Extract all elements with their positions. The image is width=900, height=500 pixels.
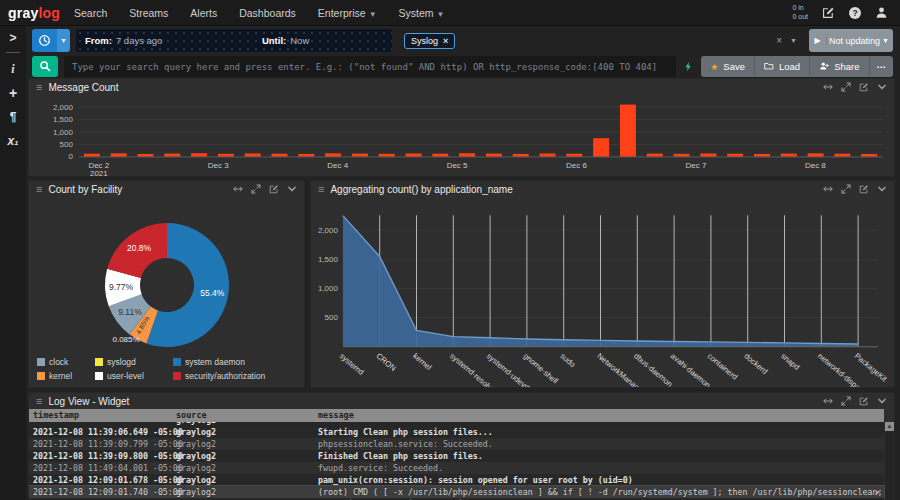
legend-item-clock[interactable]: clock bbox=[37, 357, 95, 367]
time-range-button[interactable]: ▼ bbox=[32, 29, 70, 52]
share-icon bbox=[819, 61, 829, 73]
column-header-source[interactable]: source bbox=[176, 409, 318, 422]
widget-log-view: ≡ Log View - Widget timestampsourcemessa… bbox=[28, 392, 895, 500]
play-icon[interactable]: ▶ bbox=[809, 36, 827, 45]
log-table-body: timestampsourcemessagegraylog22021-12-08… bbox=[29, 409, 894, 500]
cell-source: graylog2 bbox=[176, 486, 318, 498]
logo-log: log bbox=[38, 5, 60, 21]
move-icon[interactable] bbox=[233, 184, 243, 194]
refresh-caret-icon[interactable]: ▼ bbox=[882, 37, 889, 44]
move-icon[interactable] bbox=[823, 82, 833, 92]
more-actions-button[interactable]: ⋯ bbox=[870, 56, 894, 77]
legend-swatch bbox=[37, 358, 45, 366]
legend-item-system-daemon[interactable]: system daemon bbox=[173, 357, 300, 367]
legend-item-security-authorization[interactable]: security/authorization bbox=[173, 371, 300, 381]
move-icon[interactable] bbox=[823, 396, 833, 406]
menu-item-dashboards[interactable]: Dashboards bbox=[239, 7, 296, 19]
open-message-icon[interactable]: ↗ bbox=[875, 486, 880, 498]
folder-icon bbox=[764, 61, 774, 73]
move-icon[interactable] bbox=[823, 184, 833, 194]
edit-icon[interactable] bbox=[859, 396, 869, 406]
plus-icon[interactable]: + bbox=[0, 81, 26, 105]
stream-filter-select[interactable]: Syslog × × ▼ bbox=[398, 29, 803, 52]
fullscreen-icon[interactable] bbox=[841, 184, 851, 194]
menu-item-streams[interactable]: Streams bbox=[129, 7, 168, 19]
legend-item-syslogd[interactable]: syslogd bbox=[95, 357, 173, 367]
search-query-input[interactable] bbox=[64, 56, 676, 77]
time-range-caret[interactable]: ▼ bbox=[57, 29, 70, 52]
column-header-timestamp[interactable]: timestamp bbox=[33, 409, 176, 422]
chevron-down-icon[interactable] bbox=[287, 184, 297, 194]
help-icon[interactable]: ? bbox=[849, 7, 861, 19]
menu-item-alerts[interactable]: Alerts bbox=[190, 7, 217, 19]
svg-text:dockerd: dockerd bbox=[742, 351, 769, 376]
svg-text:1,500: 1,500 bbox=[318, 255, 339, 264]
select-caret-icon[interactable]: ▼ bbox=[790, 37, 797, 44]
menu-item-enterprise[interactable]: Enterprise▼ bbox=[318, 7, 377, 19]
graylog-logo[interactable]: graylog bbox=[0, 5, 74, 21]
edit-icon[interactable] bbox=[822, 6, 835, 19]
chevron-right-icon[interactable]: > bbox=[0, 26, 26, 50]
widget-message-count: ≡ Message Count 05001,0001,5002,000Dec 2… bbox=[28, 78, 895, 177]
svg-text:500: 500 bbox=[60, 140, 74, 149]
svg-text:gnome-shell: gnome-shell bbox=[522, 351, 560, 385]
chevron-down-icon[interactable] bbox=[877, 82, 887, 92]
drag-handle-icon[interactable]: ≡ bbox=[36, 184, 42, 195]
log-table-row[interactable]: 2021-12-08 12:09:01.678 -05:00graylog2pa… bbox=[29, 474, 884, 486]
scroll-up-icon[interactable]: ▲ bbox=[885, 422, 894, 431]
log-table-row[interactable]: 2021-12-08 11:39:09.800 -05:00graylog2Fi… bbox=[29, 450, 884, 462]
legend-item-user-level[interactable]: user-level bbox=[95, 371, 173, 381]
edit-icon[interactable] bbox=[859, 82, 869, 92]
from-value[interactable]: 7 days ago bbox=[116, 35, 162, 46]
cell-timestamp: 2021-12-08 11:49:04.001 -05:00 bbox=[33, 462, 176, 474]
share-button[interactable]: Share bbox=[810, 56, 869, 77]
clock-icon[interactable] bbox=[32, 29, 57, 52]
widget-actions bbox=[823, 184, 887, 194]
svg-text:Dec 8: Dec 8 bbox=[805, 161, 826, 170]
search-actions: ★Save Load Share ⋯ bbox=[701, 56, 893, 77]
time-range-field[interactable]: From: 7 days ago Until: Now bbox=[76, 29, 392, 52]
column-header-message[interactable]: message bbox=[318, 409, 884, 422]
legend-swatch bbox=[95, 372, 103, 380]
stream-chip-syslog[interactable]: Syslog × bbox=[404, 33, 455, 49]
select-clear-icon[interactable]: × bbox=[776, 35, 782, 46]
chevron-down-icon[interactable] bbox=[877, 396, 887, 406]
fullscreen-icon[interactable] bbox=[841, 396, 851, 406]
log-table-row[interactable]: 2021-12-08 11:39:06.649 -05:00graylog2St… bbox=[29, 426, 884, 438]
drag-handle-icon[interactable]: ≡ bbox=[36, 82, 42, 93]
menu-item-system[interactable]: System▼ bbox=[399, 7, 445, 19]
log-table-row[interactable]: 2021-12-08 12:09:01.740 -05:00graylog2(r… bbox=[29, 486, 884, 498]
chip-close-icon[interactable]: × bbox=[443, 36, 448, 46]
caret-down-icon: ▼ bbox=[437, 10, 445, 19]
fields-icon[interactable]: x₁ bbox=[0, 129, 26, 153]
pilcrow-icon[interactable]: ¶ bbox=[0, 105, 26, 129]
edit-icon[interactable] bbox=[269, 184, 279, 194]
log-table-row[interactable]: 2021-12-08 11:39:09.799 -05:00graylog2ph… bbox=[29, 438, 884, 450]
cell-timestamp: 2021-12-08 11:39:09.800 -05:00 bbox=[33, 450, 176, 462]
user-icon[interactable] bbox=[875, 6, 888, 19]
edit-icon[interactable] bbox=[859, 184, 869, 194]
chevron-down-icon[interactable] bbox=[877, 184, 887, 194]
logo-gray: gray bbox=[8, 5, 38, 21]
drag-handle-icon[interactable]: ≡ bbox=[318, 184, 324, 195]
search-button[interactable] bbox=[32, 56, 58, 77]
legend-label: user-level bbox=[107, 371, 144, 381]
fullscreen-icon[interactable] bbox=[841, 82, 851, 92]
until-value[interactable]: Now bbox=[290, 35, 309, 46]
cell-message: Starting Clean php session files... bbox=[318, 426, 884, 438]
save-button[interactable]: ★Save bbox=[701, 56, 755, 77]
svg-text:1,000: 1,000 bbox=[318, 284, 339, 293]
legend-item-kernel[interactable]: kernel bbox=[37, 371, 95, 381]
star-icon: ★ bbox=[710, 62, 718, 72]
scrollbar[interactable]: ▲ bbox=[885, 422, 894, 500]
drag-handle-icon[interactable]: ≡ bbox=[36, 396, 42, 407]
load-button[interactable]: Load bbox=[755, 56, 810, 77]
throughput-indicator: 0 in 0 out bbox=[792, 4, 808, 22]
log-table-row[interactable]: 2021-12-08 11:49:04.001 -05:00graylog2fw… bbox=[29, 462, 884, 474]
fullscreen-icon[interactable] bbox=[251, 184, 261, 194]
svg-text:CRON: CRON bbox=[374, 351, 397, 373]
menu-item-search[interactable]: Search bbox=[74, 7, 107, 19]
info-icon[interactable]: i bbox=[0, 57, 26, 81]
refresh-button[interactable]: ▶ Not updating ▼ bbox=[809, 29, 893, 52]
log-table-header: timestampsourcemessage bbox=[29, 409, 884, 422]
